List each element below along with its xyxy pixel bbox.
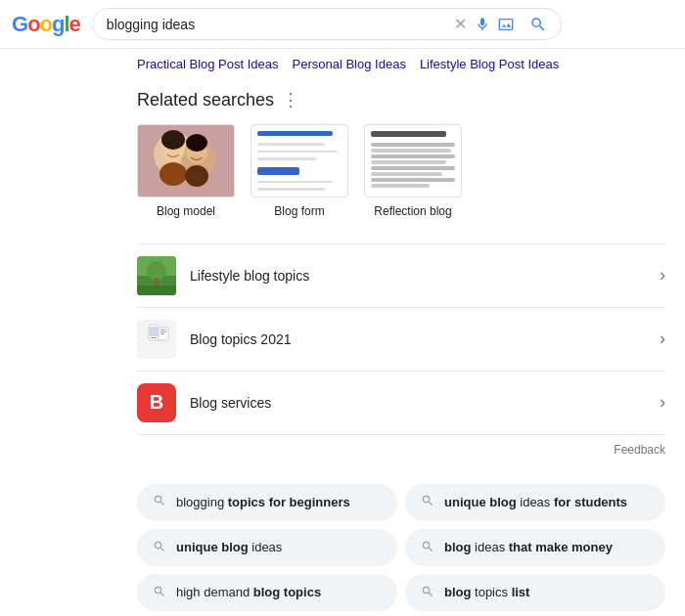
google-logo: Google xyxy=(12,12,80,37)
suggestion-text-2: unique blog ideas xyxy=(176,539,282,556)
blog-model-image xyxy=(137,124,235,198)
suggestion-pill-2[interactable]: unique blog ideas xyxy=(137,529,397,566)
svg-rect-16 xyxy=(150,327,158,336)
search-icon-2 xyxy=(153,540,166,556)
svg-rect-11 xyxy=(137,286,176,295)
suggestion-text-4: high demand blog topics xyxy=(176,584,321,601)
voice-search-button[interactable] xyxy=(475,17,490,32)
blog-topics-icon xyxy=(137,320,176,359)
expandable-blog-topics[interactable]: Blog topics 2021 › xyxy=(137,308,665,372)
svg-rect-17 xyxy=(151,337,157,338)
search-bar: ✕ xyxy=(92,8,562,40)
lifestyle-image xyxy=(137,256,176,295)
image-cards-row: Blog model Blog form xyxy=(137,124,665,220)
svg-point-8 xyxy=(186,134,207,152)
svg-point-5 xyxy=(161,130,185,150)
blog-topics-image xyxy=(137,320,176,359)
search-icons: ✕ xyxy=(454,15,514,33)
search-icon-0 xyxy=(153,494,166,510)
svg-rect-20 xyxy=(160,331,166,332)
search-button[interactable] xyxy=(522,16,547,33)
top-link-practical[interactable]: Practical Blog Post Ideas xyxy=(137,57,279,71)
suggestion-pill-4[interactable]: high demand blog topics xyxy=(137,574,397,611)
blog-form-label: Blog form xyxy=(274,203,324,220)
lifestyle-icon xyxy=(137,256,176,295)
svg-point-4 xyxy=(160,162,187,186)
related-searches-header: Related searches ⋮ xyxy=(137,89,665,110)
expandable-list: Lifestyle blog topics › Blog t xyxy=(137,243,665,435)
chevron-down-icon-2: › xyxy=(660,329,665,349)
main-content: Related searches ⋮ xyxy=(0,77,685,476)
svg-point-7 xyxy=(185,165,208,187)
svg-rect-13 xyxy=(155,278,159,286)
svg-rect-21 xyxy=(160,333,164,334)
top-link-personal[interactable]: Personal Blog Ideas xyxy=(293,57,406,71)
reflection-blog-label: Reflection blog xyxy=(374,203,451,220)
blog-topics-label: Blog topics 2021 xyxy=(190,331,646,347)
reflection-blog-image xyxy=(364,124,462,198)
card-reflection-blog[interactable]: Reflection blog xyxy=(364,124,462,220)
card-blog-model[interactable]: Blog model xyxy=(137,124,235,220)
blog-form-image xyxy=(251,124,348,198)
search-icon-4 xyxy=(153,585,166,601)
top-links-bar: Practical Blog Post Ideas Personal Blog … xyxy=(0,49,685,77)
suggestion-pill-3[interactable]: blog ideas that make money xyxy=(405,529,665,566)
chevron-down-icon-3: › xyxy=(660,392,665,413)
lifestyle-label: Lifestyle blog topics xyxy=(190,268,646,284)
suggestion-pill-5[interactable]: blog topics list xyxy=(405,574,665,611)
suggestion-text-0: blogging topics for beginners xyxy=(176,494,350,511)
svg-rect-19 xyxy=(160,330,166,330)
related-searches-title: Related searches xyxy=(137,90,274,110)
suggestion-text-1: unique blog ideas for students xyxy=(444,494,627,511)
search-input[interactable] xyxy=(107,17,446,32)
search-icon-3 xyxy=(421,540,434,556)
top-link-lifestyle[interactable]: Lifestyle Blog Post Ideas xyxy=(420,57,559,71)
expandable-lifestyle[interactable]: Lifestyle blog topics › xyxy=(137,244,665,308)
blog-services-label: Blog services xyxy=(190,395,646,411)
expandable-blog-services[interactable]: B Blog services › xyxy=(137,372,665,435)
search-icon-5 xyxy=(421,585,434,601)
blog-model-svg xyxy=(138,125,235,198)
feedback-link[interactable]: Feedback xyxy=(614,443,665,457)
card-blog-form[interactable]: Blog form xyxy=(251,124,348,220)
suggestion-text-5: blog topics list xyxy=(444,584,529,601)
more-options-icon[interactable]: ⋮ xyxy=(282,89,299,110)
search-icon-1 xyxy=(421,494,434,510)
clear-search-button[interactable]: ✕ xyxy=(454,15,467,33)
suggestion-pill-0[interactable]: blogging topics for beginners xyxy=(137,484,397,521)
blog-services-icon: B xyxy=(137,383,176,422)
suggestion-text-3: blog ideas that make money xyxy=(444,539,613,556)
feedback-row: Feedback xyxy=(137,439,665,464)
suggestion-pill-1[interactable]: unique blog ideas for students xyxy=(405,484,665,521)
suggestions-grid: blogging topics for beginners unique blo… xyxy=(0,476,685,616)
chevron-down-icon: › xyxy=(660,265,665,286)
blog-model-label: Blog model xyxy=(157,203,215,220)
header: Google ✕ xyxy=(0,0,685,49)
image-search-button[interactable] xyxy=(498,17,514,32)
